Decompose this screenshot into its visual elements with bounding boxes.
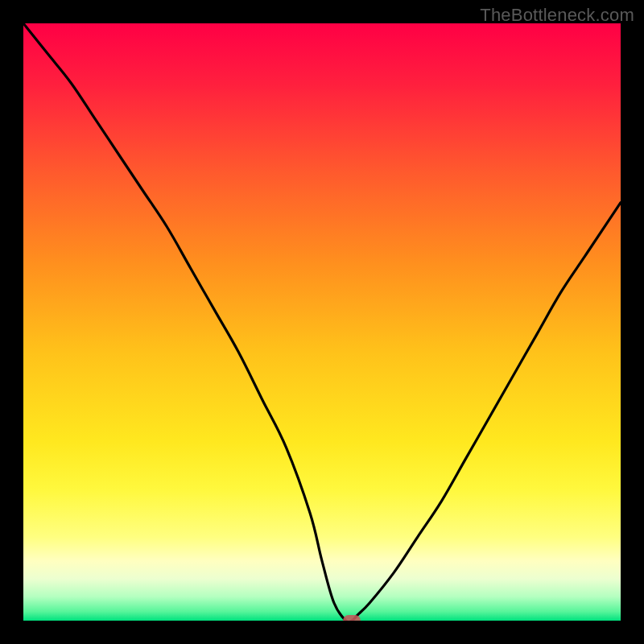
- optimal-point-marker: [343, 615, 361, 621]
- heat-gradient-background: [23, 23, 621, 621]
- svg-rect-0: [23, 23, 621, 621]
- plot-area: [23, 23, 621, 621]
- chart-frame: TheBottleneck.com: [0, 0, 644, 644]
